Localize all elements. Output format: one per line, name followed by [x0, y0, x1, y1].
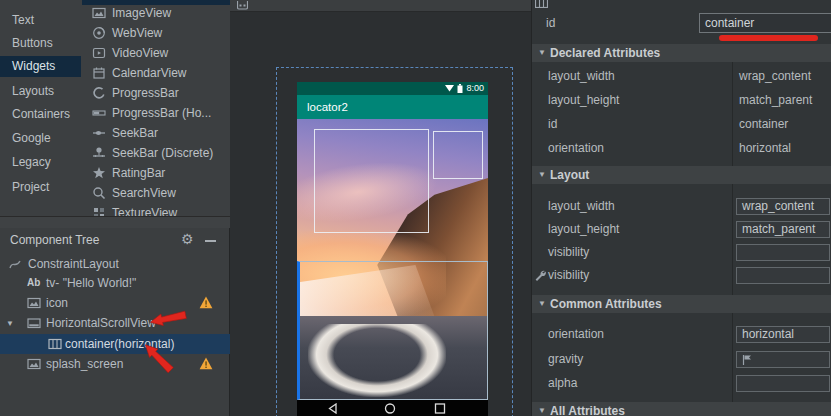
- component-tree-header: Component Tree ⚙: [0, 228, 229, 252]
- tree-item-icon[interactable]: icon: [0, 293, 230, 313]
- palette-item-progressbar-horizontal[interactable]: ProgressBar (Ho...: [81, 103, 230, 123]
- palette-item-ratingbar[interactable]: RatingBar: [81, 163, 230, 183]
- attributes-panel: id container ▼ Declared Attributes layou…: [531, 0, 831, 416]
- tree-item-constraintlayout[interactable]: ConstraintLayout: [0, 254, 230, 274]
- attr-row-layout-height: layout_height match_parent: [532, 88, 831, 112]
- attr-row-orientation: orientation horizontal: [532, 136, 831, 160]
- attr-row-orientation: orientation horizontal: [532, 323, 831, 346]
- progressbar-horizontal-icon: [92, 106, 106, 120]
- palette-category-project[interactable]: Project: [0, 177, 81, 198]
- id-input[interactable]: container: [699, 13, 831, 33]
- app-bar: locator2: [297, 95, 488, 119]
- layout-height-dropdown[interactable]: match_parent: [736, 221, 830, 238]
- linearlayout-horizontal-icon: [48, 337, 62, 351]
- visibility-input[interactable]: [736, 244, 830, 261]
- attr-row-alpha: alpha: [532, 372, 831, 395]
- view-bounds-outline[interactable]: [433, 131, 483, 179]
- palette-item-calendarview[interactable]: CalendarView: [81, 63, 230, 83]
- android-status-bar: 8:00: [297, 82, 488, 95]
- tree-item-container-horizontal[interactable]: container(horizontal): [0, 334, 230, 354]
- attr-row-layout-width: layout_width wrap_content: [532, 64, 831, 88]
- id-label: id: [546, 13, 555, 33]
- constraintlayout-icon: [8, 257, 22, 271]
- red-underline-annotation: [719, 35, 818, 41]
- image-icon: [237, 1, 248, 11]
- attr-row-visibility: visibility: [532, 241, 831, 264]
- palette-item-searchview[interactable]: SearchView: [81, 183, 230, 203]
- background-photo: [297, 119, 488, 400]
- component-tree-title: Component Tree: [10, 228, 99, 252]
- panel-divider: [0, 216, 230, 228]
- home-icon: [384, 403, 396, 414]
- section-common-attributes[interactable]: ▼ Common Attributes: [532, 295, 831, 313]
- palette-categories: Text Buttons Widgets Layouts Containers …: [0, 0, 81, 216]
- chevron-expanded-icon: ▼: [538, 402, 546, 416]
- battery-icon: [457, 84, 463, 93]
- design-toolbar: [230, 0, 531, 12]
- palette-item-progressbar[interactable]: ProgressBar: [81, 83, 230, 103]
- app-title: locator2: [307, 95, 348, 119]
- warning-icon: [199, 357, 213, 370]
- tree-item-horizontalscrollview[interactable]: ▼ HorizontalScrollView: [0, 313, 230, 333]
- palette-item-seekbar[interactable]: SeekBar: [81, 123, 230, 143]
- imageview-icon: [27, 296, 41, 310]
- palette-item-textureview[interactable]: TextureView: [81, 203, 230, 216]
- textview-icon: Ab: [27, 277, 41, 291]
- palette-item-imageview[interactable]: ImageView: [81, 3, 230, 23]
- chevron-expanded-icon: ▼: [538, 295, 546, 313]
- recents-icon: [434, 403, 446, 414]
- gravity-input[interactable]: [736, 351, 830, 368]
- palette-category-layouts[interactable]: Layouts: [0, 81, 81, 102]
- imageview-icon: [92, 6, 106, 20]
- orientation-dropdown[interactable]: horizontal: [736, 326, 830, 343]
- seekbar-icon: [92, 126, 106, 140]
- palette-category-buttons[interactable]: Buttons: [0, 33, 81, 54]
- tree-item-textview[interactable]: Ab tv- "Hello World!": [0, 273, 230, 293]
- palette-widget-list: ImageView WebView VideoView CalendarView…: [81, 0, 230, 216]
- horizontalscrollview-icon: [27, 316, 41, 330]
- textureview-icon: [92, 206, 106, 216]
- tree-item-splash-screen[interactable]: splash_screen: [0, 354, 230, 374]
- wifi-icon: [445, 85, 454, 92]
- gear-icon[interactable]: ⚙: [181, 231, 194, 247]
- webview-icon: [92, 26, 106, 40]
- selected-container-bounds[interactable]: [297, 261, 488, 400]
- ratingbar-icon: [92, 166, 106, 180]
- attr-row-layout-width: layout_width wrap_content: [532, 195, 831, 218]
- device-screen-preview[interactable]: 8:00 locator2: [297, 82, 488, 416]
- layout-width-dropdown[interactable]: wrap_content: [736, 198, 830, 215]
- palette-item-webview[interactable]: WebView: [81, 23, 230, 43]
- android-nav-bar: [297, 400, 488, 416]
- section-declared-attributes[interactable]: ▼ Declared Attributes: [532, 44, 831, 62]
- palette-category-legacy[interactable]: Legacy: [0, 152, 81, 173]
- section-layout[interactable]: ▼ Layout: [532, 166, 831, 184]
- minimize-icon[interactable]: [205, 240, 216, 242]
- attr-row-tools-visibility: visibility: [532, 264, 831, 287]
- tools-visibility-input[interactable]: [736, 267, 830, 284]
- chevron-expanded-icon[interactable]: ▼: [6, 319, 14, 328]
- wrench-icon: [534, 269, 546, 281]
- view-bounds-outline[interactable]: [314, 129, 429, 233]
- palette-item-seekbar-discrete[interactable]: SeekBar (Discrete): [81, 143, 230, 163]
- linearlayout-horizontal-icon: [535, 0, 548, 8]
- back-icon: [327, 403, 339, 414]
- progressbar-icon: [92, 86, 106, 100]
- warning-icon: [199, 296, 213, 309]
- android-studio-layout-editor: Text Buttons Widgets Layouts Containers …: [0, 0, 831, 416]
- attr-row-id: id container: [532, 112, 831, 136]
- section-all-attributes[interactable]: ▼ All Attributes: [532, 402, 831, 416]
- palette-category-widgets[interactable]: Widgets: [0, 56, 81, 77]
- seekbar-discrete-icon: [92, 146, 106, 160]
- palette-item-videoview[interactable]: VideoView: [81, 43, 230, 63]
- calendarview-icon: [92, 66, 106, 80]
- palette-category-text[interactable]: Text: [0, 10, 81, 31]
- alpha-input[interactable]: [736, 375, 830, 392]
- status-time: 8:00: [466, 84, 484, 93]
- chevron-expanded-icon: ▼: [538, 44, 546, 62]
- palette-category-google[interactable]: Google: [0, 128, 81, 149]
- design-surface[interactable]: 8:00 locator2: [230, 0, 531, 416]
- palette-category-containers[interactable]: Containers: [0, 104, 81, 125]
- attr-row-layout-height: layout_height match_parent: [532, 218, 831, 241]
- searchview-icon: [92, 186, 106, 200]
- imageview-icon: [27, 357, 41, 371]
